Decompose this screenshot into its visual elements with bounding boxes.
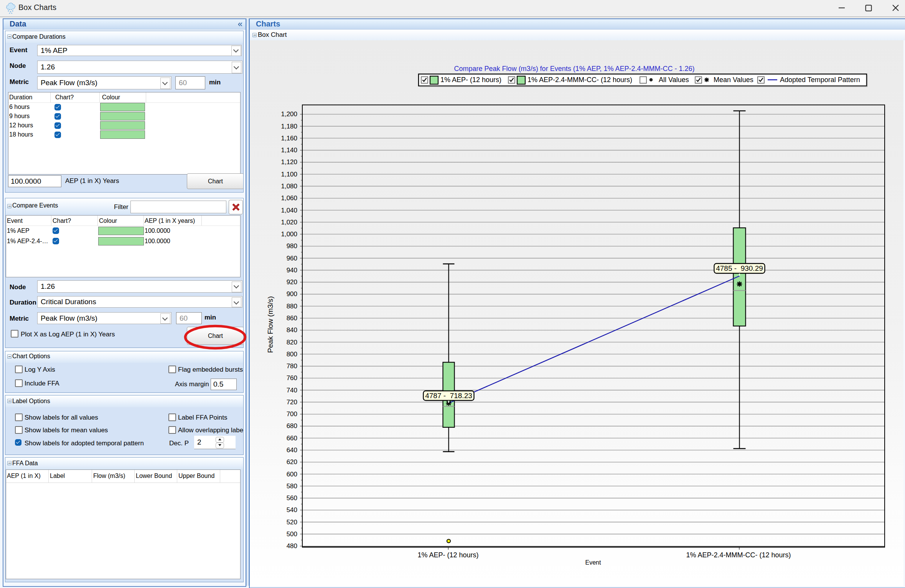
svg-text:1,120: 1,120 [281,158,297,166]
svg-text:620: 620 [287,458,297,466]
svg-text:Peak Flow (m3/s): Peak Flow (m3/s) [266,296,274,353]
svg-text:720: 720 [287,399,297,406]
svg-text:820: 820 [287,339,297,346]
svg-text:920: 920 [287,278,297,286]
svg-text:960: 960 [287,255,297,262]
svg-text:800: 800 [287,351,297,358]
svg-text:760: 760 [287,374,297,382]
svg-text:780: 780 [287,362,297,370]
svg-text:700: 700 [287,410,297,418]
svg-text:640: 640 [287,446,297,454]
svg-text:600: 600 [287,471,297,478]
svg-text:1,080: 1,080 [281,183,297,190]
svg-text:880: 880 [287,303,297,310]
svg-text:1,180: 1,180 [281,123,297,130]
svg-text:980: 980 [287,242,297,250]
svg-text:Adopted Temporal Pattern: Adopted Temporal Pattern [780,76,860,84]
svg-text:940: 940 [287,267,297,274]
svg-text:1% AEP-2.4-MMM-CC- (12 hours): 1% AEP-2.4-MMM-CC- (12 hours) [528,76,632,84]
svg-text:660: 660 [287,435,297,442]
svg-text:1,020: 1,020 [281,219,297,226]
svg-text:1,200: 1,200 [281,110,297,118]
svg-text:500: 500 [287,530,297,538]
svg-text:1,040: 1,040 [281,207,297,214]
svg-text:1,100: 1,100 [281,171,297,178]
svg-text:1,060: 1,060 [281,194,297,202]
svg-text:All Values: All Values [659,76,689,84]
svg-text:1% AEP-2.4-MMM-CC- (12 hours): 1% AEP-2.4-MMM-CC- (12 hours) [686,551,791,559]
svg-text:Compare Peak Flow (m3/s) for E: Compare Peak Flow (m3/s) for Events (1% … [454,65,695,72]
svg-text:840: 840 [287,326,297,334]
svg-text:Mean Values: Mean Values [714,76,753,84]
svg-text:1,160: 1,160 [281,135,297,142]
svg-text:1,140: 1,140 [281,147,297,154]
svg-text:540: 540 [287,506,297,514]
svg-text:4785 - 930.29: 4785 - 930.29 [716,264,763,272]
svg-text:4787 - 718.23: 4787 - 718.23 [425,392,472,400]
svg-text:580: 580 [287,483,297,490]
svg-text:560: 560 [287,494,297,502]
svg-text:900: 900 [287,290,297,298]
svg-text:1,000: 1,000 [281,231,297,238]
svg-text:680: 680 [287,422,297,430]
svg-text:480: 480 [287,542,297,550]
svg-text:Event: Event [585,559,601,566]
svg-text:860: 860 [287,315,297,322]
svg-text:1% AEP- (12 hours): 1% AEP- (12 hours) [440,76,501,84]
svg-text:520: 520 [287,519,297,526]
svg-text:740: 740 [287,387,297,394]
svg-text:1% AEP- (12 hours): 1% AEP- (12 hours) [417,551,478,559]
